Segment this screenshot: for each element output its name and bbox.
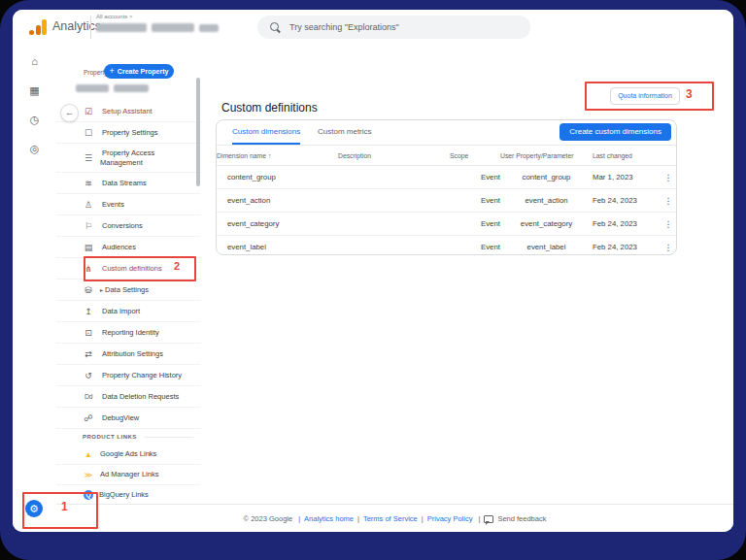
tab-custom-dimensions[interactable]: Custom dimensions bbox=[232, 120, 300, 145]
menu-item-label: Setup Assistant bbox=[100, 107, 193, 116]
menu-item-label: Conversions bbox=[100, 221, 193, 231]
row-menu-button[interactable] bbox=[661, 243, 676, 252]
property-menu-item[interactable]: DebugView bbox=[56, 408, 201, 429]
google-analytics-logo-icon bbox=[29, 19, 47, 35]
product-link-label: Ad Manager Links bbox=[100, 470, 193, 478]
cell-last-changed: Feb 24, 2023 bbox=[593, 196, 661, 205]
create-custom-dimensions-button[interactable]: Create custom dimensions bbox=[560, 123, 671, 141]
product-link-icon bbox=[83, 471, 94, 479]
annotation-number-1: 1 bbox=[61, 500, 68, 513]
left-nav-rail bbox=[13, 45, 57, 532]
back-arrow-icon: ← bbox=[65, 108, 74, 117]
menu-item-icon bbox=[83, 413, 94, 423]
analytics-app-window: Analytics All accounts > Try searching "… bbox=[13, 10, 733, 532]
menu-item-label: Events bbox=[100, 200, 193, 210]
left-nav-item[interactable] bbox=[13, 83, 56, 97]
product-link-item[interactable]: Ad Manager Links bbox=[56, 465, 201, 485]
menu-item-label: Data Streams bbox=[100, 179, 193, 188]
send-feedback-link[interactable]: Send feedback bbox=[497, 514, 546, 523]
left-nav-item[interactable] bbox=[13, 54, 56, 68]
menu-item-icon bbox=[83, 128, 94, 138]
footer-link[interactable]: Analytics home bbox=[304, 514, 354, 523]
property-menu-item[interactable]: Property Settings bbox=[56, 122, 201, 144]
row-menu-button[interactable] bbox=[661, 173, 676, 182]
menu-item-icon bbox=[83, 393, 94, 400]
main-content: Custom definitions Quota information Cus… bbox=[201, 45, 733, 504]
menu-item-icon bbox=[83, 153, 94, 163]
cell-dimension-name: event_category bbox=[217, 219, 338, 228]
table-row[interactable]: event_category Event event_category Feb … bbox=[217, 213, 676, 236]
property-menu-item[interactable]: Conversions bbox=[56, 215, 201, 237]
property-menu-item[interactable]: Audiences bbox=[56, 237, 201, 258]
kebab-icon bbox=[664, 219, 673, 229]
table-row[interactable]: event_label Event event_label Feb 24, 20… bbox=[217, 236, 676, 255]
search-icon bbox=[270, 22, 281, 33]
cell-user-property: content_group bbox=[500, 173, 593, 181]
property-menu-item[interactable]: Property Change History bbox=[56, 365, 201, 386]
annotation-number-2: 2 bbox=[174, 260, 180, 272]
card-tabbar: Custom dimensions Custom metrics Create … bbox=[217, 120, 676, 146]
topbar-divider bbox=[90, 16, 91, 39]
menu-item-label: Audiences bbox=[100, 243, 193, 252]
column-header[interactable]: Scope bbox=[450, 152, 500, 159]
kebab-icon bbox=[664, 243, 673, 252]
left-nav-item[interactable] bbox=[13, 113, 56, 126]
brand-title: Analytics bbox=[52, 19, 101, 33]
menu-item-label: Property Access Management bbox=[100, 148, 193, 167]
property-menu-item[interactable]: Data Deletion Requests bbox=[56, 386, 201, 408]
annotation-number-3: 3 bbox=[686, 87, 693, 101]
footer-separator: | bbox=[478, 514, 480, 523]
menu-item-icon bbox=[83, 221, 94, 231]
cell-scope: Event bbox=[450, 219, 500, 228]
column-header[interactable]: Last changed bbox=[593, 152, 661, 159]
footer-link[interactable]: Privacy Policy bbox=[427, 514, 473, 523]
menu-item-icon bbox=[83, 349, 94, 359]
column-header[interactable]: User Property/Parameter bbox=[500, 152, 593, 159]
table-header: Dimension name↑ Description Scope User P… bbox=[217, 146, 676, 166]
menu-item-icon bbox=[83, 200, 94, 210]
menu-item-label: Reporting Identity bbox=[100, 328, 193, 338]
product-link-icon bbox=[83, 450, 94, 459]
property-menu-item[interactable]: Property Access Management bbox=[56, 144, 201, 173]
create-property-button[interactable]: + Create Property bbox=[104, 64, 174, 79]
column-header[interactable]: Dimension name↑ bbox=[217, 152, 338, 159]
annotation-box-1 bbox=[22, 492, 98, 529]
menu-item-icon bbox=[83, 307, 94, 316]
redacted-account-name[interactable] bbox=[96, 23, 219, 32]
left-nav-item[interactable] bbox=[13, 142, 56, 155]
column-header[interactable]: Description bbox=[338, 152, 450, 159]
search-bar[interactable]: Try searching "Explorations" bbox=[257, 16, 530, 39]
cell-scope: Event bbox=[450, 173, 500, 181]
cell-last-changed: Mar 1, 2023 bbox=[593, 173, 661, 181]
property-menu-item[interactable]: ▸Data Settings bbox=[56, 280, 201, 301]
property-menu-item[interactable]: Data Import bbox=[56, 301, 201, 322]
page-title: Custom definitions bbox=[221, 101, 318, 115]
row-menu-button[interactable] bbox=[661, 196, 676, 206]
row-menu-button[interactable] bbox=[661, 219, 676, 229]
table-row[interactable]: event_action Event event_action Feb 24, … bbox=[217, 189, 676, 213]
menu-item-icon bbox=[83, 285, 94, 295]
plus-icon: + bbox=[110, 67, 115, 76]
table-body: content_group Event content_group Mar 1,… bbox=[217, 166, 676, 255]
property-menu-item[interactable]: Events bbox=[56, 194, 201, 215]
footer-separator: | bbox=[422, 514, 424, 523]
cell-scope: Event bbox=[450, 196, 500, 205]
product-link-item[interactable]: Google Ads Links bbox=[56, 445, 201, 465]
menu-item-label: DebugView bbox=[100, 413, 193, 423]
property-menu-item[interactable]: Data Streams bbox=[56, 173, 201, 194]
footer-link[interactable]: Terms of Service bbox=[363, 514, 418, 523]
property-menu-item[interactable]: Reporting Identity bbox=[56, 322, 201, 344]
collapse-panel-button[interactable]: ← bbox=[60, 104, 79, 122]
menu-item-icon bbox=[83, 371, 94, 380]
cell-user-property: event_category bbox=[500, 219, 593, 228]
menu-item-label: Data Import bbox=[100, 307, 193, 316]
product-links-header: PRODUCT LINKS bbox=[56, 429, 201, 445]
panel-scrollbar[interactable] bbox=[196, 78, 200, 186]
menu-item-icon bbox=[83, 328, 94, 338]
property-menu-item[interactable]: Attribution Settings bbox=[56, 344, 201, 365]
table-row[interactable]: content_group Event content_group Mar 1,… bbox=[217, 166, 676, 189]
account-scope-label[interactable]: All accounts > bbox=[96, 14, 133, 19]
tab-custom-metrics[interactable]: Custom metrics bbox=[318, 120, 372, 143]
footer: © 2023 Google | Analytics home | Terms o… bbox=[56, 504, 733, 532]
top-bar: Analytics All accounts > Try searching "… bbox=[13, 10, 733, 46]
